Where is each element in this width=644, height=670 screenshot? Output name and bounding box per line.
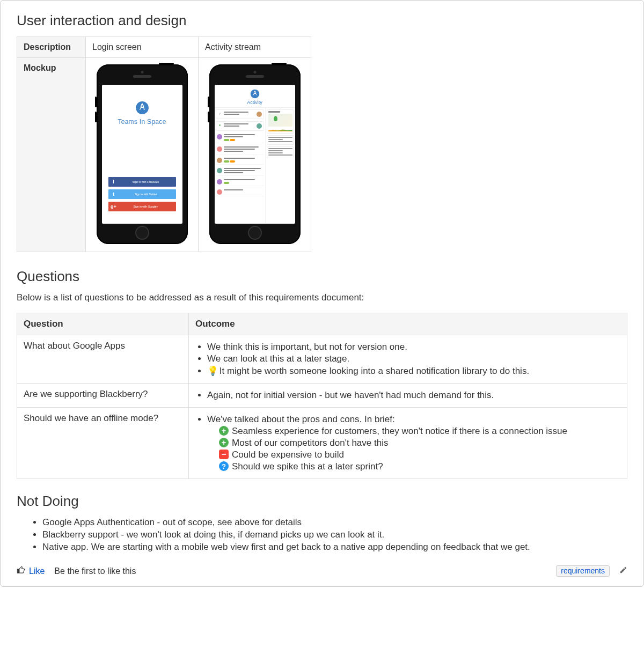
plus-icon: + [219,426,229,436]
lightbulb-icon: 💡 [207,365,217,377]
mockup-col-activity-label: Activity stream [199,37,311,58]
outcome-item: We can look at this at a later stage. [207,354,620,364]
like-hint: Be the first to like this [54,566,136,576]
minus-icon: − [219,450,229,459]
questions-table: Question Outcome What about Google Apps … [17,313,627,479]
question-text: What about Google Apps [17,335,189,384]
login-google-button: g+Sign in with Google+ [108,202,176,211]
edit-labels-button[interactable] [619,566,627,576]
activity-title: Activity [215,100,295,105]
page-content: User interaction and design Description … [0,0,644,587]
qtable-header-question: Question [17,313,189,335]
brand-text: Teams In Space [102,118,182,126]
outcome-cell: We've talked about the pros and cons. In… [189,408,627,479]
heading-questions: Questions [17,268,627,285]
question-text: Are we supporting Blackberry? [17,384,189,408]
outcome-cell: We think this is important, but not for … [189,335,627,384]
like-label: Like [29,566,45,576]
outcome-point: Seamless experience for customers, they … [232,426,567,437]
list-item: Google Apps Authentication - out of scop… [42,517,627,528]
table-row: Are we supporting Blackberry? Again, not… [17,384,627,408]
outcome-item: 💡 It might be worth someone looking into… [207,365,620,377]
qtable-header-outcome: Outcome [189,313,627,335]
mockup-col-login-label: Login screen [86,37,199,58]
thumbs-up-icon [17,565,26,577]
login-twitter-button: tSign in with Twitter [108,189,176,199]
question-text: Should we have an offline mode? [17,408,189,479]
outcome-item: We've talked about the pros and cons. In… [207,414,620,472]
question-icon: ? [219,461,229,471]
plus-icon: + [219,438,229,447]
table-row: Should we have an offline mode? We've ta… [17,408,627,479]
outcome-point: Could be expensive to build [232,450,344,460]
outcome-item: Again, not for initial version - but we … [207,390,620,401]
outcome-cell: Again, not for initial version - but we … [189,384,627,408]
mockup-login-cell: Teams In Space fSign in with Facebook tS… [86,58,199,252]
svg-point-1 [141,105,143,107]
svg-point-3 [254,92,255,93]
rocket-icon [135,101,149,115]
outcome-item: We think this is important, but not for … [207,342,620,352]
phone-mockup-activity: Activity ✓ ● [209,64,301,244]
rocket-icon [250,89,260,99]
login-facebook-button: fSign in with Facebook [108,177,176,187]
phone-mockup-login: Teams In Space fSign in with Facebook tS… [97,64,188,244]
questions-intro: Below is a list of questions to be addre… [17,292,627,303]
mockup-activity-cell: Activity ✓ ● [199,58,311,252]
list-item: Blackberry support - we won't look at do… [42,529,627,540]
outcome-point: Most of our competitors don't have this [232,438,388,448]
outcome-point: Should we spike this at a later sprint? [232,461,383,472]
not-doing-list: Google Apps Authentication - out of scop… [17,517,627,553]
tag-requirements[interactable]: requirements [556,565,610,577]
heading-not-doing: Not Doing [17,493,627,510]
mockup-table: Description Login screen Activity stream… [17,36,311,252]
page-footer: Like Be the first to like this requireme… [17,563,627,577]
list-item: Native app. We are starting with a mobil… [42,542,627,553]
heading-ui-design: User interaction and design [17,12,627,29]
like-button[interactable]: Like [17,565,45,577]
mockup-rowhead-description: Description [17,37,86,58]
table-row: What about Google Apps We think this is … [17,335,627,384]
mockup-rowhead-mockup: Mockup [17,58,86,252]
